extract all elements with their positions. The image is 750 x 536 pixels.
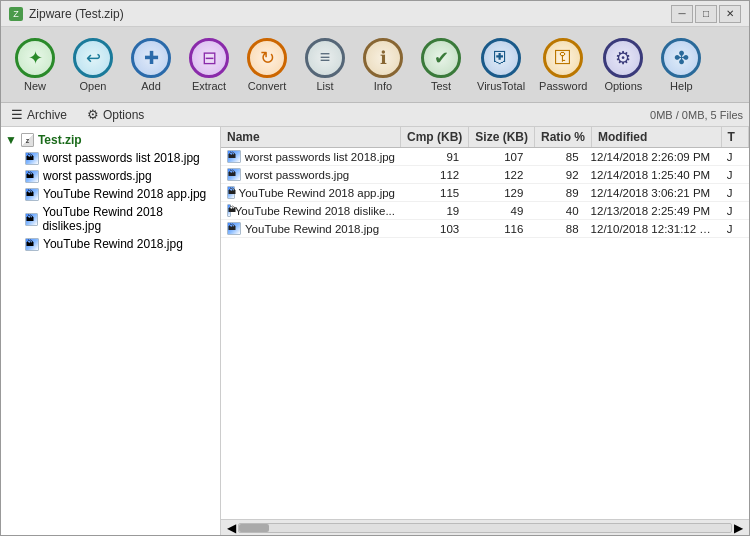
archive-menu[interactable]: ☰ Archive	[7, 105, 71, 124]
password-button[interactable]: ⚿ Password	[533, 34, 593, 96]
col-type[interactable]: T	[722, 127, 749, 147]
options-label: Options	[604, 80, 642, 92]
cell-size-4: 116	[465, 221, 529, 237]
cell-size-1: 122	[465, 167, 529, 183]
options-menu[interactable]: ⚙ Options	[83, 105, 148, 124]
col-name[interactable]: Name	[221, 127, 401, 147]
cell-ratio-1: 92	[529, 167, 584, 183]
table-row[interactable]: YouTube Rewind 2018 app.jpg 115 129 89 1…	[221, 184, 749, 202]
cell-cmp-4: 103	[401, 221, 465, 237]
row-icon-2	[227, 186, 235, 199]
scroll-left-arrow[interactable]: ◀	[225, 521, 238, 535]
options-menu-icon: ⚙	[87, 107, 99, 122]
maximize-button[interactable]: □	[695, 5, 717, 23]
col-cmp[interactable]: Cmp (KB)	[401, 127, 469, 147]
main-content: ▼ z Test.zip worst passwords list 2018.j…	[1, 127, 749, 535]
cell-type-1: J	[721, 167, 749, 183]
info-label: Info	[374, 80, 392, 92]
list-label: List	[316, 80, 333, 92]
password-icon: ⚿	[543, 38, 583, 78]
table-row[interactable]: worst passwords.jpg 112 122 92 12/14/201…	[221, 166, 749, 184]
convert-button[interactable]: ↻ Convert	[239, 34, 295, 96]
cell-type-2: J	[721, 185, 749, 201]
virustotal-icon: ⛨	[481, 38, 521, 78]
tree-item-2[interactable]: YouTube Rewind 2018 app.jpg	[1, 185, 220, 203]
help-label: Help	[670, 80, 693, 92]
image-file-icon-2	[25, 188, 39, 201]
expand-chevron: ▼	[5, 133, 17, 147]
horizontal-scrollbar[interactable]	[238, 523, 732, 533]
file-table-panel: Name Cmp (KB) Size (KB) Ratio % Modified…	[221, 127, 749, 535]
tree-root[interactable]: ▼ z Test.zip	[1, 131, 220, 149]
table-row[interactable]: worst passwords list 2018.jpg 91 107 85 …	[221, 148, 749, 166]
image-file-icon-0	[25, 152, 39, 165]
cell-size-2: 129	[465, 185, 529, 201]
open-label: Open	[80, 80, 107, 92]
col-modified[interactable]: Modified	[592, 127, 722, 147]
info-button[interactable]: ℹ Info	[355, 34, 411, 96]
tree-item-label-0: worst passwords list 2018.jpg	[43, 151, 200, 165]
cell-name-3: YouTube Rewind 2018 dislike...	[221, 202, 401, 219]
menubar: ☰ Archive ⚙ Options 0MB / 0MB, 5 Files	[1, 103, 749, 127]
image-file-icon-4	[25, 238, 39, 251]
cell-cmp-2: 115	[401, 185, 465, 201]
cell-ratio-3: 40	[529, 203, 584, 219]
tree-root-label: Test.zip	[38, 133, 82, 147]
add-button[interactable]: ✚ Add	[123, 34, 179, 96]
tree-panel: ▼ z Test.zip worst passwords list 2018.j…	[1, 127, 221, 535]
options-icon: ⚙	[603, 38, 643, 78]
cell-modified-3: 12/13/2018 2:25:49 PM	[585, 203, 721, 219]
tree-item-0[interactable]: worst passwords list 2018.jpg	[1, 149, 220, 167]
image-file-icon-1	[25, 170, 39, 183]
scroll-right-arrow[interactable]: ▶	[732, 521, 745, 535]
list-icon: ≡	[305, 38, 345, 78]
cell-ratio-2: 89	[529, 185, 584, 201]
col-size[interactable]: Size (KB)	[469, 127, 535, 147]
status-text: 0MB / 0MB, 5 Files	[650, 109, 743, 121]
cell-cmp-0: 91	[401, 149, 465, 165]
new-icon: ✦	[15, 38, 55, 78]
help-button[interactable]: ✤ Help	[653, 34, 709, 96]
tree-item-label-3: YouTube Rewind 2018 dislikes.jpg	[42, 205, 216, 233]
close-button[interactable]: ✕	[719, 5, 741, 23]
new-label: New	[24, 80, 46, 92]
table-header: Name Cmp (KB) Size (KB) Ratio % Modified…	[221, 127, 749, 148]
title-bar-controls: ─ □ ✕	[671, 5, 741, 23]
convert-label: Convert	[248, 80, 287, 92]
tree-item-label-4: YouTube Rewind 2018.jpg	[43, 237, 183, 251]
list-button[interactable]: ≡ List	[297, 34, 353, 96]
tree-item-3[interactable]: YouTube Rewind 2018 dislikes.jpg	[1, 203, 220, 235]
window-title: Zipware (Test.zip)	[29, 7, 124, 21]
table-row[interactable]: YouTube Rewind 2018 dislike... 19 49 40 …	[221, 202, 749, 220]
archive-menu-label: Archive	[27, 108, 67, 122]
virustotal-button[interactable]: ⛨ VirusTotal	[471, 34, 531, 96]
tree-item-label-1: worst passwords.jpg	[43, 169, 152, 183]
password-label: Password	[539, 80, 587, 92]
app-icon: Z	[9, 7, 23, 21]
cell-size-0: 107	[465, 149, 529, 165]
cell-type-3: J	[721, 203, 749, 219]
file-table-body: worst passwords list 2018.jpg 91 107 85 …	[221, 148, 749, 519]
tree-item-4[interactable]: YouTube Rewind 2018.jpg	[1, 235, 220, 253]
test-icon: ✔	[421, 38, 461, 78]
row-icon-3	[227, 204, 231, 217]
extract-icon: ⊟	[189, 38, 229, 78]
new-button[interactable]: ✦ New	[7, 34, 63, 96]
cell-name-1: worst passwords.jpg	[221, 166, 401, 183]
test-button[interactable]: ✔ Test	[413, 34, 469, 96]
cell-name-4: YouTube Rewind 2018.jpg	[221, 220, 401, 237]
open-button[interactable]: ↩ Open	[65, 34, 121, 96]
row-icon-4	[227, 222, 241, 235]
cell-modified-0: 12/14/2018 2:26:09 PM	[585, 149, 721, 165]
tree-item-1[interactable]: worst passwords.jpg	[1, 167, 220, 185]
options-button[interactable]: ⚙ Options	[595, 34, 651, 96]
col-ratio[interactable]: Ratio %	[535, 127, 592, 147]
extract-button[interactable]: ⊟ Extract	[181, 34, 237, 96]
row-icon-1	[227, 168, 241, 181]
toolbar: ✦ New ↩ Open ✚ Add ⊟ Extract ↻ Convert ≡…	[1, 27, 749, 103]
cell-cmp-1: 112	[401, 167, 465, 183]
main-window: Z Zipware (Test.zip) ─ □ ✕ ✦ New ↩ Open …	[0, 0, 750, 536]
minimize-button[interactable]: ─	[671, 5, 693, 23]
cell-size-3: 49	[465, 203, 529, 219]
table-row[interactable]: YouTube Rewind 2018.jpg 103 116 88 12/10…	[221, 220, 749, 238]
